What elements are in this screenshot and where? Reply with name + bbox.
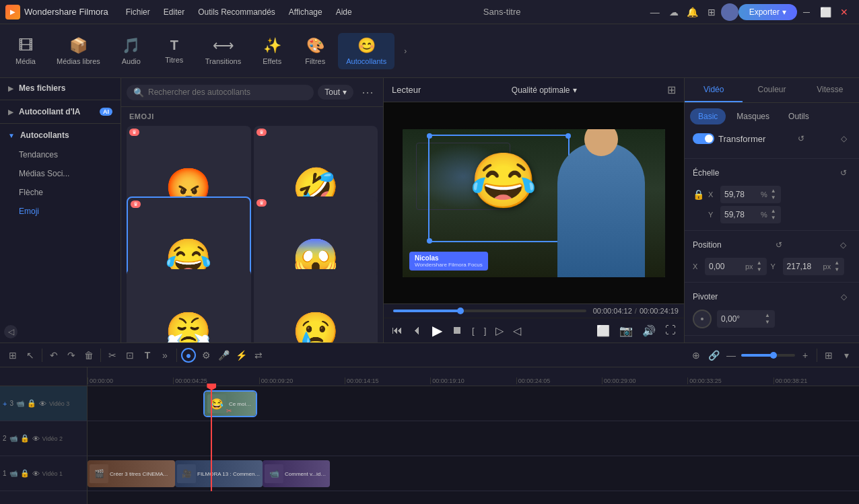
mark-in-button[interactable]: [ xyxy=(469,324,477,337)
track1-clip-2[interactable]: 🎥 FILMORA 13 : Comment ut... xyxy=(175,460,263,487)
tl-zoom-track[interactable] xyxy=(741,354,795,357)
search-input-wrap[interactable]: 🔍 xyxy=(127,85,314,100)
mark-out-button[interactable]: ] xyxy=(481,324,489,337)
add-marker-button[interactable]: ▷ xyxy=(493,323,506,338)
position-y-field[interactable]: px ▲ ▼ xyxy=(783,258,845,275)
menu-fichier[interactable]: Fichier xyxy=(119,5,157,20)
tl-undo-btn[interactable]: ↶ xyxy=(46,348,61,363)
tl-grid-btn[interactable]: ⊞ xyxy=(821,348,836,363)
tab-video[interactable]: Vidéo xyxy=(685,78,743,102)
export-button[interactable]: Exporter ▾ xyxy=(738,4,797,20)
track1-clip-1[interactable]: 🎬 Créer 3 titres CINEMA... xyxy=(88,460,175,487)
scale-x-input[interactable]: 59,78 xyxy=(724,190,758,199)
handle-tl[interactable] xyxy=(427,133,432,139)
track3-add-icon[interactable]: + xyxy=(3,400,7,408)
fullscreen-button[interactable]: ⛶ xyxy=(662,323,679,338)
subtab-masques[interactable]: Masques xyxy=(728,108,778,124)
transformer-reset-icon[interactable]: ↺ xyxy=(794,131,809,146)
apps-icon[interactable]: ⊞ xyxy=(702,3,721,22)
progress-bar[interactable] xyxy=(393,310,586,312)
scale-x-field[interactable]: 59,78 % ▲ ▼ xyxy=(720,186,781,203)
tl-cursor-btn[interactable]: ↖ xyxy=(23,348,38,363)
pivoter-stepper[interactable]: ▲ ▼ xyxy=(764,312,771,326)
tool-transitions[interactable]: ⟷ Transitions xyxy=(197,33,249,69)
pos-y-stepper[interactable]: ▲ ▼ xyxy=(833,260,840,273)
track1-clip-3[interactable]: 📹 Comment v...ide... xyxy=(263,460,330,487)
rewind-button[interactable]: ⏮ xyxy=(389,323,405,338)
track1-lock-icon[interactable]: 🔒 xyxy=(20,469,30,478)
track3-lock-icon[interactable]: 🔒 xyxy=(27,399,36,408)
track1-eye-icon[interactable]: 👁 xyxy=(32,470,40,478)
track2-eye-icon[interactable]: 👁 xyxy=(32,435,40,443)
section-mes-fichiers[interactable]: ▶ Mes fichiers xyxy=(0,78,121,98)
preview-expand-icon[interactable]: ⊞ xyxy=(667,83,676,96)
rotate-dial[interactable] xyxy=(693,310,712,328)
window-restore-btn[interactable]: ⬜ xyxy=(816,3,835,22)
notification-icon[interactable]: 🔔 xyxy=(683,3,702,22)
tool-titres[interactable]: T Titres xyxy=(154,34,195,68)
tl-minus-btn[interactable]: — xyxy=(724,348,738,363)
position-x-input[interactable] xyxy=(709,262,743,271)
tl-speed-btn[interactable]: ⚙ xyxy=(199,348,213,363)
tool-effets[interactable]: ✨ Effets xyxy=(252,33,292,69)
step-up-y[interactable]: ▲ xyxy=(770,208,777,215)
track2-lock-icon[interactable]: 🔒 xyxy=(20,434,30,443)
section-autocollant-ia[interactable]: ▶ Autocollant d'IA AI xyxy=(0,102,121,122)
tl-redo-btn[interactable]: ↷ xyxy=(64,348,79,363)
search-input[interactable] xyxy=(148,87,307,97)
screen-button[interactable]: ⬜ xyxy=(594,323,613,338)
scale-y-input[interactable]: 59,78 xyxy=(724,210,758,219)
position-y-input[interactable] xyxy=(787,262,821,271)
prev-marker-button[interactable]: ◁ xyxy=(510,323,524,338)
handle-tr[interactable] xyxy=(565,133,571,139)
tl-settings-btn[interactable]: ▾ xyxy=(839,348,854,363)
more-options-button[interactable]: ⋯ xyxy=(357,83,378,101)
filter-button[interactable]: Tout ▾ xyxy=(318,85,353,100)
tool-medias-libres[interactable]: 📦 Médias libres xyxy=(48,33,108,69)
tab-vitesse[interactable]: Vitesse xyxy=(801,78,859,102)
tool-autocollants[interactable]: 😊 Autocollants xyxy=(338,33,394,69)
step-back-button[interactable]: ⏴ xyxy=(409,323,425,338)
tool-audio[interactable]: 🎵 Audio xyxy=(111,33,151,69)
nav-tendances[interactable]: Tendances xyxy=(0,145,121,164)
tool-filtres[interactable]: 🎨 Filtres xyxy=(295,33,335,69)
subtab-basic[interactable]: Basic xyxy=(690,108,726,124)
nav-medias-soci[interactable]: Médias Soci... xyxy=(0,164,121,183)
tl-delete-btn[interactable]: 🗑 xyxy=(81,348,96,363)
track3-eye-icon[interactable]: 👁 xyxy=(39,400,46,408)
transformer-toggle[interactable] xyxy=(693,133,714,144)
cloud-icon[interactable]: ☁ xyxy=(664,3,683,22)
scale-reset-icon[interactable]: ↺ xyxy=(836,166,851,180)
handle-bl[interactable] xyxy=(427,238,432,244)
tl-link-btn[interactable]: 🔗 xyxy=(706,348,721,363)
tl-zoom-thumb[interactable] xyxy=(770,352,777,359)
minimize-icon[interactable]: — xyxy=(646,3,664,22)
tl-snap-btn[interactable]: ⊕ xyxy=(689,348,703,363)
emoji-card-6[interactable]: 😢 xyxy=(254,269,378,343)
tl-add-track-btn[interactable]: ⊞ xyxy=(5,348,20,363)
tl-cut-btn[interactable]: ✂ xyxy=(105,348,120,363)
scale-y-stepper[interactable]: ▲ ▼ xyxy=(770,208,777,221)
pivoter-keyframe-icon[interactable]: ◇ xyxy=(836,289,851,304)
nav-fleche[interactable]: Flèche xyxy=(0,183,121,202)
tab-couleur[interactable]: Couleur xyxy=(743,78,800,102)
nav-emoji[interactable]: Emoji xyxy=(0,202,121,221)
section-autocollants[interactable]: ▼ Autocollants xyxy=(0,125,121,145)
panel-collapse-btn[interactable]: ◁ xyxy=(0,321,121,343)
tl-transition-btn[interactable]: ⇄ xyxy=(251,348,266,363)
scale-x-stepper[interactable]: ▲ ▼ xyxy=(770,188,777,201)
pos-x-stepper[interactable]: ▲ ▼ xyxy=(756,260,763,273)
tl-more-btn[interactable]: » xyxy=(158,348,172,363)
tl-text-btn[interactable]: T xyxy=(140,348,155,363)
window-minimize-btn[interactable]: ─ xyxy=(797,3,816,22)
subtab-outils[interactable]: Outils xyxy=(780,108,817,124)
play-button[interactable]: ▶ xyxy=(430,321,445,340)
position-keyframe-icon[interactable]: ◇ xyxy=(836,238,851,252)
volume-button[interactable]: 🔊 xyxy=(640,323,658,338)
quality-button[interactable]: Qualité optimale ▾ xyxy=(512,85,577,95)
position-reset-icon[interactable]: ↺ xyxy=(771,238,786,252)
position-x-field[interactable]: px ▲ ▼ xyxy=(705,258,767,275)
tl-crop-btn[interactable]: ⊡ xyxy=(123,348,137,363)
timeline-ruler[interactable]: 00:00:00 00:00:04:25 00:00:09:20 00:00:1… xyxy=(88,367,859,386)
tl-audio-btn[interactable]: 🎤 xyxy=(216,348,231,363)
